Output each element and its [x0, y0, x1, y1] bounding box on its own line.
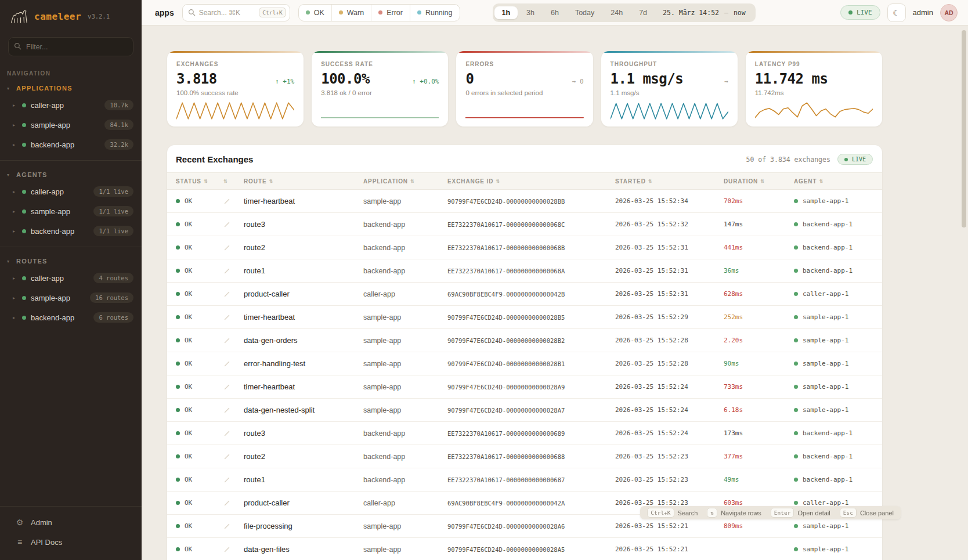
column-header-status[interactable]: STATUS⇅: [176, 178, 223, 185]
route-cell: data-gen-orders: [244, 336, 363, 345]
filter-input[interactable]: [8, 37, 133, 56]
section-header-routes[interactable]: ▾ ROUTES: [0, 253, 142, 268]
column-header-started[interactable]: STARTED⇅: [615, 178, 724, 185]
table-row[interactable]: OK data-gen-orders sample-app 90799F47E6…: [167, 329, 882, 352]
nav-apps[interactable]: apps: [155, 8, 174, 17]
search-icon: [14, 42, 21, 50]
chevron-right-icon: ▸: [13, 103, 17, 108]
avatar[interactable]: AD: [940, 4, 958, 21]
card-accent-bar: [601, 51, 738, 53]
time-range-3h[interactable]: 3h: [519, 6, 542, 19]
column-header-duration[interactable]: DURATION⇅: [724, 178, 794, 185]
table-row[interactable]: OK route2 backend-app EE7322370A10617-00…: [167, 236, 882, 259]
column-header-trend[interactable]: ⇅: [223, 179, 244, 184]
status-filter-warn[interactable]: Warn: [331, 5, 371, 21]
sidebar-footer-admin[interactable]: ⚙ Admin: [0, 512, 142, 532]
table-row[interactable]: OK route1 backend-app EE7322370A10617-00…: [167, 259, 882, 283]
sidebar-item-applications-backend-app[interactable]: ▸ backend-app 32.2k: [0, 135, 142, 154]
stat-card-errors[interactable]: ERRORS 0 → 0 0 errors in selected period: [456, 51, 593, 127]
sidebar-item-applications-sample-app[interactable]: ▸ sample-app 84.1k: [0, 115, 142, 135]
count-badge: 4 routes: [93, 273, 133, 283]
trend-arrow-icon: [223, 476, 244, 483]
time-display[interactable]: 25. März 14:52 — now: [656, 9, 754, 17]
table-row[interactable]: OK route1 backend-app EE7322370A10617-00…: [167, 468, 882, 492]
chevron-right-icon: ▸: [13, 315, 17, 320]
stat-delta: → 0: [572, 78, 584, 85]
sidebar-item-agents-sample-app[interactable]: ▸ sample-app 1/1 live: [0, 201, 142, 221]
started-cell: 2026-03-25 15:52:29: [615, 313, 724, 321]
shortcut-bar: Ctrl+K Search⇅ Navigate rowsEnter Open d…: [640, 506, 901, 519]
exchange-id-cell: 90799F47E6CD24D-00000000000028A5: [447, 546, 615, 553]
sidebar-item-routes-caller-app[interactable]: ▸ caller-app 4 routes: [0, 268, 142, 288]
time-range-1h[interactable]: 1h: [494, 6, 518, 19]
theme-toggle-button[interactable]: ☾: [887, 3, 906, 22]
stat-delta: →: [724, 78, 728, 85]
stat-card-latency-p99[interactable]: LATENCY P99 11.742 ms 11.742ms: [746, 51, 882, 127]
agent-cell: sample-app-1: [794, 197, 873, 205]
footer-label: Admin: [31, 518, 52, 527]
status-dot-icon: [22, 143, 26, 147]
application-cell: sample-app: [363, 406, 447, 414]
route-cell: file-processing: [244, 522, 363, 530]
kbd-key: Esc: [840, 508, 857, 518]
table-row[interactable]: OK data-gen-files sample-app 90799F47E6C…: [167, 538, 882, 560]
status-filter-ok[interactable]: OK: [299, 5, 331, 21]
table-row[interactable]: OK error-handling-test sample-app 90799F…: [167, 352, 882, 375]
table-row[interactable]: OK route2 backend-app EE7322370A10617-00…: [167, 445, 882, 468]
agent-dot-icon: [794, 501, 798, 505]
stat-card-exchanges[interactable]: EXCHANGES 3.818 ↑ +1% 100.0% success rat…: [167, 51, 304, 127]
live-indicator[interactable]: LIVE: [840, 5, 880, 20]
time-range-6h[interactable]: 6h: [543, 6, 566, 19]
sidebar-item-agents-backend-app[interactable]: ▸ backend-app 1/1 live: [0, 221, 142, 241]
column-header-agent[interactable]: AGENT⇅: [794, 178, 873, 185]
stat-label: THROUGHPUT: [611, 51, 728, 67]
table-row[interactable]: OK data-gen-nested-split sample-app 9079…: [167, 399, 882, 422]
table-row[interactable]: OK timer-heartbeat sample-app 90799F47E6…: [167, 375, 882, 399]
sidebar-item-routes-sample-app[interactable]: ▸ sample-app 16 routes: [0, 288, 142, 308]
sort-icon: ⇅: [204, 179, 208, 184]
sidebar-item-routes-backend-app[interactable]: ▸ backend-app 6 routes: [0, 308, 142, 327]
table-row[interactable]: OK route3 backend-app EE7322370A10617-00…: [167, 422, 882, 445]
column-label: STARTED: [615, 178, 646, 185]
status-filter-running[interactable]: Running: [410, 5, 460, 21]
duration-cell: 2.20s: [724, 337, 794, 344]
chevron-right-icon: ▸: [13, 142, 17, 147]
started-cell: 2026-03-25 15:52:24: [615, 406, 724, 414]
sidebar-item-agents-caller-app[interactable]: ▸ caller-app 1/1 live: [0, 182, 142, 201]
agent-dot-icon: [794, 245, 798, 250]
trend-arrow-icon: [223, 198, 244, 205]
section-header-applications[interactable]: ▾ APPLICATIONS: [0, 80, 142, 95]
sidebar-footer-api-docs[interactable]: ≡ API Docs: [0, 532, 142, 552]
exchange-id-cell: 90799F47E6CD24D-00000000000028A7: [447, 407, 615, 414]
table-row[interactable]: OK product-caller caller-app 69AC90BF8EB…: [167, 283, 882, 306]
table-row[interactable]: OK timer-heartbeat sample-app 90799F47E6…: [167, 190, 882, 213]
table-row[interactable]: OK timer-heartbeat sample-app 90799F47E6…: [167, 306, 882, 329]
scrollbar-thumb[interactable]: [962, 30, 966, 227]
status-dot-icon: [22, 276, 26, 280]
agent-dot-icon: [794, 524, 798, 528]
column-header-route[interactable]: ROUTE⇅: [244, 178, 363, 185]
stat-label: EXCHANGES: [176, 51, 294, 67]
route-cell: product-caller: [244, 290, 363, 298]
trend-arrow-icon: [223, 268, 244, 274]
filter-label: OK: [314, 9, 324, 17]
search-box[interactable]: Ctrl+K: [182, 4, 290, 21]
stat-card-success-rate[interactable]: SUCCESS RATE 100.0% ↑ +0.0% 3.818 ok / 0…: [312, 51, 448, 127]
stat-card-throughput[interactable]: THROUGHPUT 1.1 msg/s → 1.1 msg/s: [601, 51, 738, 127]
search-input[interactable]: [199, 9, 256, 17]
section-header-agents[interactable]: ▾ AGENTS: [0, 167, 142, 182]
status-dot-icon: [339, 10, 343, 15]
status-filter-error[interactable]: Error: [371, 5, 410, 21]
time-range-today[interactable]: Today: [568, 6, 602, 19]
kbd-key: Enter: [771, 508, 794, 518]
table-header-row: STATUS⇅⇅ROUTE⇅APPLICATION⇅EXCHANGE ID⇅ST…: [167, 172, 882, 190]
logo[interactable]: cameleer v3.2.1: [0, 0, 142, 30]
table-row[interactable]: OK route3 backend-app EE7322370A10617-00…: [167, 213, 882, 236]
column-header-application[interactable]: APPLICATION⇅: [363, 178, 447, 185]
time-range-7d[interactable]: 7d: [631, 6, 655, 19]
application-cell: sample-app: [363, 337, 447, 345]
column-header-exchange-id[interactable]: EXCHANGE ID⇅: [447, 178, 615, 185]
agent-cell: backend-app-1: [794, 244, 873, 251]
time-range-24h[interactable]: 24h: [603, 6, 630, 19]
sidebar-item-applications-caller-app[interactable]: ▸ caller-app 10.7k: [0, 95, 142, 115]
